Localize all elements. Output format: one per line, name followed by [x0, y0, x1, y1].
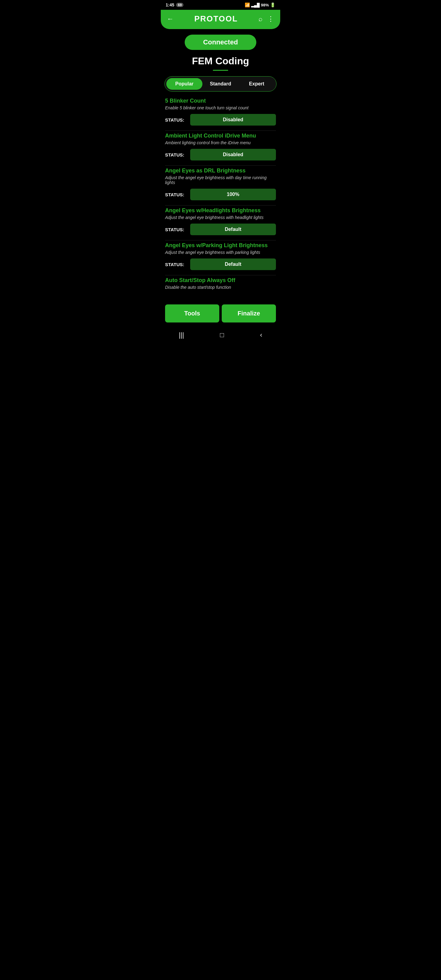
setting-status-row-ambient: STATUS: Disabled: [165, 149, 276, 161]
setting-desc-ambient: Ambient lighting control from the iDrive…: [165, 140, 276, 145]
status-label-blinker: STATUS:: [165, 117, 186, 123]
app-title: PROTOOL: [194, 14, 238, 24]
setting-ambient-light: Ambient Light Control iDrive Menu Ambien…: [165, 133, 276, 166]
status-label-ambient: STATUS:: [165, 152, 186, 158]
finalize-button[interactable]: Finalize: [222, 304, 276, 323]
tools-button[interactable]: Tools: [165, 304, 219, 323]
notification-badge: 69: [176, 3, 183, 7]
time-display: 1:45: [166, 2, 174, 7]
tab-expert[interactable]: Expert: [239, 78, 275, 90]
status-label-angel-drl: STATUS:: [165, 192, 186, 197]
status-label-angel-parking: STATUS:: [165, 262, 186, 267]
status-bar: 1:45 69 📶 ▂▄█ 98% 🔋: [161, 0, 280, 10]
title-underline: [213, 70, 228, 71]
setting-title-auto-stop: Auto Start/Stop Always Off: [165, 277, 276, 283]
setting-angel-drl: Angel Eyes as DRL Brightness Adjust the …: [165, 167, 276, 205]
search-icon[interactable]: ⌕: [258, 15, 263, 23]
setting-title-ambient: Ambient Light Control iDrive Menu: [165, 133, 276, 139]
setting-status-row-angel-parking: STATUS: Default: [165, 258, 276, 270]
app-bar: ← PROTOOL ⌕ ⋮: [161, 10, 280, 29]
status-value-angel-drl[interactable]: 100%: [190, 189, 276, 200]
setting-status-row-angel-headlights: STATUS: Default: [165, 224, 276, 235]
setting-status-row-blinker: STATUS: Disabled: [165, 114, 276, 126]
connected-badge: Connected: [185, 35, 256, 50]
battery-icon: 🔋: [270, 2, 275, 7]
setting-desc-blinker: Enable 5 blinker one touch turn signal c…: [165, 105, 276, 110]
home-icon[interactable]: □: [220, 331, 224, 339]
status-value-ambient[interactable]: Disabled: [190, 149, 276, 161]
nav-bar: ||| □ ‹: [161, 327, 280, 345]
setting-auto-stop: Auto Start/Stop Always Off Disable the a…: [165, 277, 276, 298]
setting-desc-angel-parking: Adjust the angel eye brightness with par…: [165, 250, 276, 255]
status-value-angel-parking[interactable]: Default: [190, 258, 276, 270]
settings-content: 5 Blinker Count Enable 5 blinker one tou…: [161, 98, 280, 298]
status-right: 📶 ▂▄█ 98% 🔋: [245, 2, 275, 7]
setting-angel-headlights: Angel Eyes w/Headlights Brightness Adjus…: [165, 207, 276, 240]
signal-icon: ▂▄█: [251, 3, 260, 7]
setting-desc-angel-headlights: Adjust the angel eye brightness with hea…: [165, 215, 276, 220]
wifi-icon: 📶: [245, 2, 250, 7]
setting-title-blinker: 5 Blinker Count: [165, 98, 276, 104]
app-bar-icons: ⌕ ⋮: [258, 15, 274, 23]
back-button[interactable]: ←: [167, 15, 174, 23]
tab-popular[interactable]: Popular: [166, 78, 202, 90]
setting-blinker-count: 5 Blinker Count Enable 5 blinker one tou…: [165, 98, 276, 131]
page-title: FEM Coding: [161, 56, 280, 67]
bottom-bar: Tools Finalize: [161, 300, 280, 327]
tab-bar: Popular Standard Expert: [164, 76, 277, 92]
setting-title-angel-drl: Angel Eyes as DRL Brightness: [165, 167, 276, 174]
back-nav-icon[interactable]: ‹: [260, 331, 262, 339]
setting-angel-parking: Angel Eyes w/Parking Light Brightness Ad…: [165, 242, 276, 275]
setting-title-angel-parking: Angel Eyes w/Parking Light Brightness: [165, 242, 276, 249]
status-value-blinker[interactable]: Disabled: [190, 114, 276, 126]
more-options-icon[interactable]: ⋮: [267, 15, 274, 23]
status-value-angel-headlights[interactable]: Default: [190, 224, 276, 235]
recent-apps-icon[interactable]: |||: [179, 331, 184, 339]
setting-desc-auto-stop: Disable the auto start/stop function: [165, 285, 276, 290]
battery-display: 98%: [261, 3, 269, 7]
setting-title-angel-headlights: Angel Eyes w/Headlights Brightness: [165, 207, 276, 214]
status-left: 1:45 69: [166, 2, 183, 7]
status-label-angel-headlights: STATUS:: [165, 227, 186, 232]
setting-status-row-angel-drl: STATUS: 100%: [165, 189, 276, 200]
tab-standard[interactable]: Standard: [202, 78, 239, 90]
setting-desc-angel-drl: Adjust the angel eye brightness with day…: [165, 175, 276, 185]
